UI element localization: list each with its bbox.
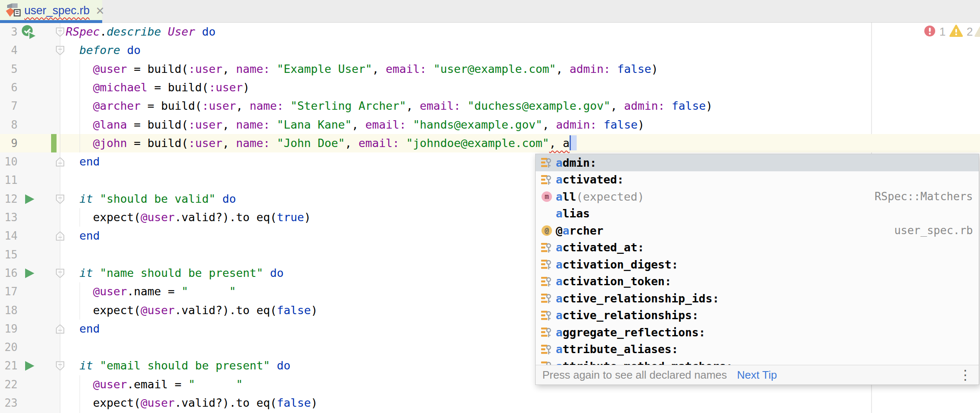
code-token: " " — [188, 378, 243, 391]
code-token: , — [406, 99, 420, 112]
completion-item-attribute_method_matchers[interactable]: attribute_method_matchers: — [536, 358, 979, 365]
line-number[interactable]: 10 — [0, 152, 18, 171]
run-test-icon[interactable] — [24, 360, 35, 373]
completion-item-activated[interactable]: activated: — [536, 171, 979, 188]
code-token: = build( — [127, 118, 188, 131]
code-text: expect(@user.valid?).to eq(true) — [66, 208, 311, 227]
tab-close-icon[interactable]: ✕ — [95, 5, 105, 16]
code-token: @john — [93, 137, 127, 150]
code-token — [665, 99, 672, 112]
indent-guide — [80, 60, 80, 153]
line-number[interactable]: 14 — [0, 227, 18, 245]
completion-item-admin[interactable]: admin: — [536, 154, 979, 171]
code-token — [427, 62, 433, 75]
line-number[interactable]: 8 — [0, 116, 18, 134]
completion-item-active_relationship_ids[interactable]: active_relationship_ids: — [536, 290, 979, 307]
line-number[interactable]: 15 — [0, 245, 18, 264]
code-token: before — [80, 44, 121, 57]
kebab-menu-icon[interactable]: ⋮ — [959, 368, 972, 382]
item-origin-label: user_spec.rb — [886, 224, 973, 237]
line-number[interactable]: 5 — [0, 60, 18, 78]
code-line-9[interactable]: 9 @john = build(:user, name: "John Doe",… — [0, 134, 980, 152]
completion-item-activation_digest[interactable]: activation_digest: — [536, 256, 979, 273]
line-number[interactable]: 21 — [0, 356, 18, 375]
line-number[interactable]: 9 — [0, 134, 18, 152]
rerun-test-icon[interactable] — [21, 24, 38, 42]
item-name: ttribute_aliases: — [562, 343, 678, 356]
error-count: 1 — [939, 26, 946, 39]
completion-list[interactable]: admin:activated:mall(expected)RSpec::Mat… — [536, 154, 979, 365]
item-matched-letter: a — [556, 258, 562, 271]
line-number[interactable]: 18 — [0, 301, 18, 320]
line-number[interactable]: 17 — [0, 282, 18, 301]
item-parameters: (expected) — [576, 190, 645, 203]
code-line-8[interactable]: 8 @lana = build(:user, name: "Lana Kane"… — [0, 116, 980, 134]
ide-window: 3RSpec.describe User do4 before do5 @use… — [0, 0, 980, 413]
line-number[interactable]: 7 — [0, 97, 18, 115]
code-token: it — [80, 192, 93, 205]
code-token — [66, 359, 80, 372]
run-test-icon[interactable] — [24, 268, 35, 281]
code-line-23[interactable]: 23 expect(@user.valid?).to eq(false) — [0, 394, 980, 412]
code-line-5[interactable]: 5 @user = build(:user, name: "Example Us… — [0, 60, 980, 78]
item-name: dmin: — [562, 156, 596, 169]
vcs-change-marker — [51, 134, 57, 152]
run-test-icon[interactable] — [24, 194, 35, 206]
hash-key-icon — [540, 292, 553, 304]
code-token: , — [556, 62, 570, 75]
code-token: "Lana Kane" — [277, 118, 352, 131]
code-token: :user — [188, 137, 222, 150]
code-token — [270, 118, 277, 131]
code-text: expect(@user.valid?).to eq(false) — [66, 301, 317, 320]
completion-item-activation_token[interactable]: activation_token: — [536, 273, 979, 290]
item-name: ggregate_reflections: — [562, 326, 705, 339]
code-token — [66, 155, 80, 168]
line-number[interactable]: 20 — [0, 338, 18, 356]
tab-title: user_spec.rb — [24, 4, 90, 17]
completion-item-attribute_aliases[interactable]: attribute_aliases: — [536, 341, 979, 358]
code-line-6[interactable]: 6 @michael = build(:user) — [0, 78, 980, 97]
line-number[interactable]: 19 — [0, 320, 18, 338]
code-line-3[interactable]: 3RSpec.describe User do — [0, 23, 980, 41]
completion-item-all[interactable]: mall(expected)RSpec::Matchers — [536, 188, 979, 205]
item-origin-label: RSpec::Matchers — [866, 190, 973, 203]
no-icon — [540, 208, 553, 219]
line-number[interactable]: 16 — [0, 264, 18, 282]
line-number[interactable]: 13 — [0, 208, 18, 227]
code-line-4[interactable]: 4 before do — [0, 41, 980, 59]
line-number[interactable]: 12 — [0, 190, 18, 208]
line-number[interactable]: 22 — [0, 375, 18, 394]
completion-item-alias[interactable]: alias — [536, 205, 979, 222]
code-token: admin: — [624, 99, 665, 112]
next-tip-link[interactable]: Next Tip — [737, 369, 777, 382]
line-number[interactable]: 6 — [0, 78, 18, 97]
code-token: , — [236, 99, 250, 112]
line-number[interactable]: 3 — [0, 23, 18, 41]
line-number[interactable]: 4 — [0, 41, 18, 59]
warning-count: 2 — [967, 26, 973, 39]
code-token — [400, 137, 406, 150]
code-token: false — [672, 99, 706, 112]
item-name: rcher — [570, 224, 603, 237]
line-number[interactable]: 23 — [0, 394, 18, 412]
inspections-widget[interactable]: 1 2 — [923, 24, 973, 39]
line-number[interactable]: 11 — [0, 171, 18, 189]
code-token: "email should be present" — [100, 359, 270, 372]
code-text: end — [66, 227, 100, 245]
code-token — [66, 266, 80, 279]
completion-item-activated_at[interactable]: activated_at: — [536, 239, 979, 256]
completion-item-aggregate_reflections[interactable]: aggregate_reflections: — [536, 324, 979, 341]
code-token: RSpec — [66, 25, 100, 38]
completion-popup[interactable]: admin:activated:mall(expected)RSpec::Mat… — [535, 154, 979, 385]
code-line-7[interactable]: 7 @archer = build(:user, name: "Sterling… — [0, 97, 980, 115]
text-caret — [570, 135, 577, 150]
completion-item-@archer[interactable]: @@archeruser_spec.rb — [536, 222, 979, 239]
hint-text: Press again to see all declared names — [542, 369, 727, 382]
tab-user-spec[interactable]: user_spec.rb ✕ — [0, 0, 102, 22]
item-matched-letter: a — [556, 241, 562, 254]
code-token: :user — [188, 62, 222, 75]
code-token: , a — [549, 137, 570, 150]
code-token: ) — [638, 118, 645, 131]
code-token: ) — [651, 62, 658, 75]
completion-item-active_relationships[interactable]: active_relationships: — [536, 307, 979, 324]
